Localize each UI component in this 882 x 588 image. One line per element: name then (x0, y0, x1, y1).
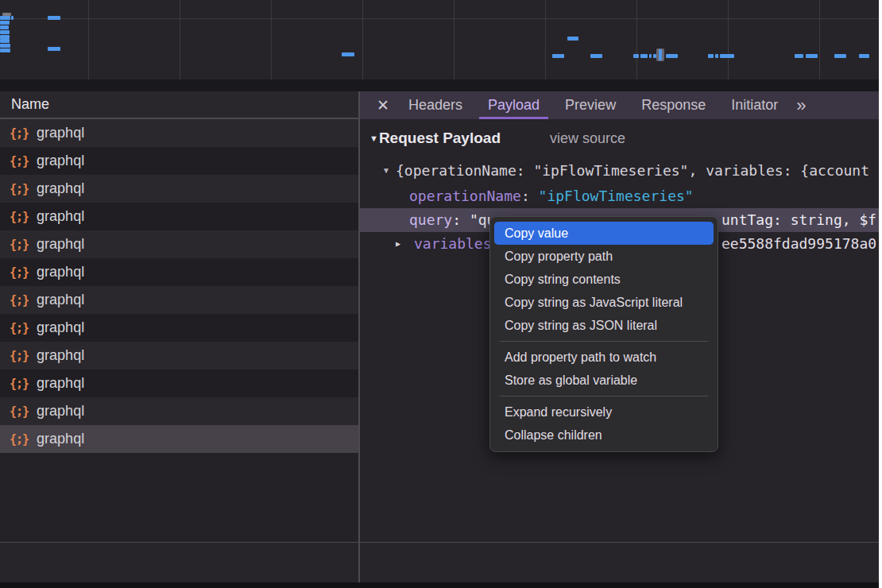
tab-payload[interactable]: Payload (478, 91, 550, 119)
json-braces-icon: {;} (10, 349, 29, 363)
window-bottom-bar (0, 582, 879, 588)
tab-headers[interactable]: Headers (398, 91, 473, 119)
network-request-row[interactable]: {;}graphql (0, 175, 358, 203)
waterfall-bar (0, 21, 10, 25)
payload-summary-row[interactable]: ▼ {operationName: "ipFlowTimeseries", va… (360, 159, 879, 183)
json-braces-icon: {;} (10, 404, 29, 419)
waterfall-bar (795, 54, 803, 58)
json-braces-icon: {;} (10, 154, 29, 168)
network-request-row[interactable]: {;}graphql (0, 147, 358, 175)
network-request-row[interactable]: {;}graphql (0, 203, 358, 230)
overview-gridline (0, 18, 879, 19)
request-name: graphql (37, 236, 84, 253)
details-tabbar: ✕ HeadersPayloadPreviewResponseInitiator… (360, 91, 879, 119)
waterfall-bar (649, 54, 652, 58)
json-braces-icon: {;} (10, 210, 29, 224)
waterfall-bar (0, 25, 9, 29)
footer-right (360, 543, 879, 582)
property-value-continued: untTag: string, $f (721, 208, 876, 232)
waterfall-bar (48, 16, 60, 20)
waterfall-bar (567, 37, 578, 41)
network-request-row[interactable]: {;}graphql (0, 425, 358, 453)
context-menu: Copy valueCopy property pathCopy string … (489, 216, 718, 452)
timeline-marker-core (659, 49, 662, 60)
json-braces-icon: {;} (10, 377, 29, 391)
request-name: graphql (37, 347, 84, 364)
property-row-operationName[interactable]: operationName: "ipFlowTimeseries" (360, 184, 879, 208)
json-braces-icon: {;} (10, 265, 29, 280)
view-source-link[interactable]: view source (550, 130, 625, 147)
json-braces-icon: {;} (10, 238, 29, 252)
menu-item-add-property-path-to-watch[interactable]: Add property path to watch (494, 346, 714, 369)
menu-item-collapse-children[interactable]: Collapse children (494, 424, 714, 447)
menu-separator (500, 396, 708, 397)
request-name: graphql (37, 153, 84, 169)
request-list: {;}graphql{;}graphql{;}graphql{;}graphql… (0, 119, 358, 453)
waterfall-bar (0, 16, 10, 20)
waterfall-bar (633, 54, 639, 58)
waterfall-bar (708, 54, 714, 58)
property-value: "ipFlowTimeseries" (539, 188, 694, 204)
menu-item-copy-string-contents[interactable]: Copy string contents (494, 268, 714, 291)
tab-preview[interactable]: Preview (555, 91, 626, 119)
request-payload-section-header[interactable]: ▼ Request Payload view source (369, 130, 625, 147)
request-name: graphql (37, 292, 84, 308)
request-name: graphql (37, 431, 84, 447)
expand-triangle-icon[interactable]: ▶ (396, 232, 400, 256)
close-icon[interactable]: ✕ (373, 96, 393, 114)
section-title: Request Payload (379, 130, 501, 147)
property-value-continued: ee5588fdad995178a0 (721, 232, 876, 256)
request-list-panel: Name {;}graphql{;}graphql{;}graphql{;}gr… (0, 91, 360, 542)
waterfall-bar (0, 48, 10, 52)
network-request-row[interactable]: {;}graphql (0, 397, 358, 425)
waterfall-bar (859, 54, 869, 58)
waterfall-bar (806, 54, 818, 58)
waterfall-bar (834, 54, 846, 58)
request-details-panel: ✕ HeadersPayloadPreviewResponseInitiator… (360, 91, 879, 542)
json-braces-icon: {;} (10, 321, 29, 335)
waterfall-bar (11, 16, 14, 20)
menu-item-copy-string-as-javascript-literal[interactable]: Copy string as JavaScript literal (494, 291, 714, 314)
menu-item-expand-recursively[interactable]: Expand recursively (494, 400, 714, 424)
property-key: variables (414, 235, 492, 252)
overview-divider (0, 79, 879, 91)
waterfall-bar (342, 52, 354, 56)
network-request-row[interactable]: {;}graphql (0, 119, 358, 147)
waterfall-bar (590, 54, 602, 58)
waterfall-bar (0, 30, 10, 34)
property-key: query (409, 211, 452, 228)
menu-item-copy-string-as-json-literal[interactable]: Copy string as JSON literal (494, 314, 714, 337)
json-braces-icon: {;} (10, 182, 29, 196)
more-tabs-icon[interactable]: » (796, 95, 804, 116)
network-request-row[interactable]: {;}graphql (0, 369, 358, 397)
network-request-row[interactable]: {;}graphql (0, 230, 358, 258)
waterfall-bar (715, 54, 718, 58)
json-braces-icon: {;} (10, 432, 29, 447)
menu-item-copy-value[interactable]: Copy value (494, 222, 714, 245)
collapse-triangle-icon[interactable]: ▼ (369, 133, 378, 143)
network-request-row[interactable]: {;}graphql (0, 342, 358, 369)
waterfall-bar (48, 47, 60, 51)
name-column-header[interactable]: Name (0, 91, 358, 119)
tab-initiator[interactable]: Initiator (721, 91, 788, 119)
request-name: graphql (37, 125, 84, 141)
menu-item-store-as-global-variable[interactable]: Store as global variable (494, 369, 714, 392)
status-footer (0, 542, 879, 582)
request-name: graphql (37, 180, 84, 197)
menu-item-copy-property-path[interactable]: Copy property path (494, 245, 714, 268)
request-name: graphql (37, 208, 84, 225)
request-name: graphql (37, 375, 84, 392)
payload-content: ▼ Request Payload view source ▼ {operati… (360, 119, 879, 542)
waterfall-bar (0, 44, 10, 48)
tab-response[interactable]: Response (631, 91, 716, 119)
waterfall-bar (0, 39, 10, 43)
expand-triangle-icon[interactable]: ▼ (382, 159, 390, 183)
request-name: graphql (37, 403, 84, 420)
network-overview-timeline[interactable] (0, 0, 879, 79)
waterfall-bar (640, 54, 648, 58)
network-request-row[interactable]: {;}graphql (0, 314, 358, 342)
network-request-row[interactable]: {;}graphql (0, 286, 358, 314)
waterfall-bar (666, 54, 678, 58)
network-request-row[interactable]: {;}graphql (0, 258, 358, 286)
footer-left (0, 543, 360, 582)
